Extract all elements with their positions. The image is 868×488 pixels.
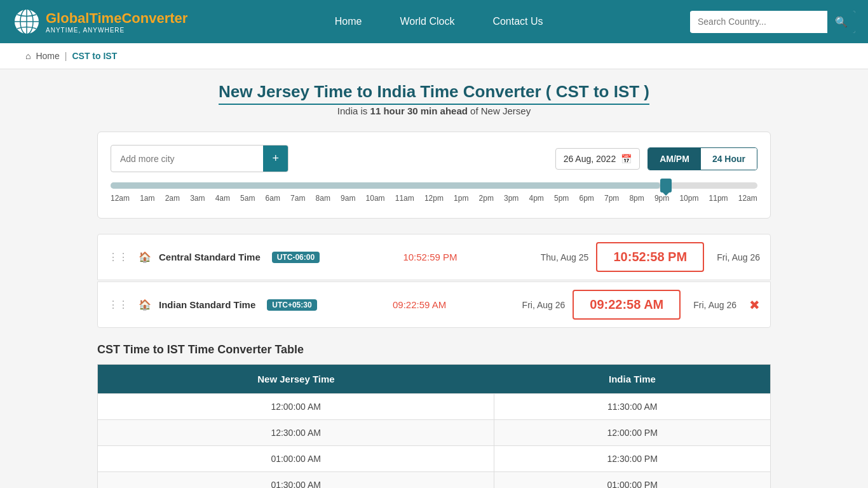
- slider-fill: [111, 182, 660, 189]
- 24hour-button[interactable]: 24 Hour: [701, 148, 757, 170]
- table-section: CST Time to IST Time Converter Table New…: [97, 343, 771, 488]
- table-row: 12:30:00 AM12:00:00 PM: [98, 420, 771, 446]
- date-value: 26 Aug, 2022: [564, 154, 616, 164]
- close-button-ist[interactable]: ✖: [749, 297, 760, 313]
- nav-world-clock[interactable]: World Clock: [400, 16, 454, 27]
- breadcrumb-current: CST to IST: [72, 51, 117, 61]
- time-row-ist: ⋮⋮ 🏠 Indian Standard Time UTC+05:30 09:2…: [97, 281, 771, 328]
- live-date-cst: Thu, Aug 25: [541, 252, 589, 262]
- home-icon-cst: 🏠: [139, 251, 151, 263]
- table-cell-nj: 01:30:00 AM: [98, 472, 494, 489]
- table-row: 01:30:00 AM01:00:00 PM: [98, 472, 771, 489]
- big-date-ist: Fri, Aug 26: [693, 300, 736, 310]
- logo-text: GlobalTimeConverter: [46, 10, 187, 26]
- time-row-cst: ⋮⋮ 🏠 Central Standard Time UTC-06:00 10:…: [97, 234, 771, 280]
- table-cell-nj: 01:00:00 AM: [98, 446, 494, 472]
- home-icon-ist: 🏠: [139, 299, 151, 311]
- table-cell-nj: 12:30:00 AM: [98, 420, 494, 446]
- table-cell-india: 12:00:00 PM: [494, 420, 771, 446]
- col-header-india: India Time: [494, 365, 771, 394]
- table-title: CST Time to IST Time Converter Table: [97, 343, 771, 356]
- subtitle: India is 11 hour 30 min ahead of New Jer…: [97, 105, 771, 116]
- search-area: 🔍: [690, 11, 855, 33]
- format-toggle: AM/PM 24 Hour: [648, 147, 757, 170]
- nav-home[interactable]: Home: [335, 16, 362, 27]
- globe-icon: [13, 8, 41, 36]
- search-input[interactable]: [690, 11, 827, 32]
- table-cell-india: 11:30:00 AM: [494, 394, 771, 420]
- logo: GlobalTimeConverter ANYTIME, ANYWHERE: [13, 8, 187, 36]
- time-rows: ⋮⋮ 🏠 Central Standard Time UTC-06:00 10:…: [97, 234, 771, 328]
- table-cell-india: 01:00:00 PM: [494, 472, 771, 489]
- tz-badge-ist: UTC+05:30: [267, 299, 316, 311]
- add-city-input[interactable]: [111, 147, 263, 170]
- add-city-button[interactable]: +: [263, 146, 288, 172]
- big-time-ist: 09:22:58 AM: [573, 290, 681, 320]
- big-date-cst: Fri, Aug 26: [717, 252, 760, 262]
- live-time-ist: 09:22:59 AM: [325, 299, 515, 310]
- table-cell-india: 12:30:00 PM: [494, 446, 771, 472]
- breadcrumb-home-icon: ⌂: [25, 51, 31, 61]
- tz-name-ist: Indian Standard Time: [159, 299, 255, 310]
- col-header-nj: New Jersey Time: [98, 365, 494, 394]
- right-controls: 26 Aug, 2022 📅 AM/PM 24 Hour: [555, 147, 757, 170]
- table-row: 01:00:00 AM12:30:00 PM: [98, 446, 771, 472]
- nav-contact-us[interactable]: Contact Us: [492, 16, 543, 27]
- search-button[interactable]: 🔍: [827, 11, 855, 33]
- breadcrumb: ⌂ Home | CST to IST: [0, 43, 868, 69]
- main-nav: Home World Clock Contact Us: [335, 16, 543, 27]
- time-labels: 12am 1am 2am 3am 4am 5am 6am 7am 8am 9am…: [111, 194, 757, 203]
- big-time-cst: 10:52:58 PM: [596, 242, 704, 272]
- slider-thumb[interactable]: [660, 179, 672, 193]
- main-content: New Jersey Time to India Time Converter …: [85, 69, 783, 488]
- table-cell-nj: 12:00:00 AM: [98, 394, 494, 420]
- table-row: 12:00:00 AM11:30:00 AM: [98, 394, 771, 420]
- ampm-button[interactable]: AM/PM: [648, 148, 701, 170]
- date-picker[interactable]: 26 Aug, 2022 📅: [555, 148, 641, 170]
- breadcrumb-home-link[interactable]: Home: [36, 51, 59, 61]
- breadcrumb-separator: |: [65, 51, 67, 61]
- drag-icon-cst: ⋮⋮: [108, 251, 128, 263]
- slider-track[interactable]: [111, 182, 757, 189]
- page-title: New Jersey Time to India Time Converter …: [97, 82, 771, 102]
- live-time-cst: 10:52:59 PM: [327, 252, 533, 262]
- calendar-icon: 📅: [621, 154, 632, 164]
- converter-box: + 26 Aug, 2022 📅 AM/PM 24 Hour 12am: [97, 132, 771, 219]
- live-date-ist: Fri, Aug 26: [522, 300, 566, 310]
- converter-top: + 26 Aug, 2022 📅 AM/PM 24 Hour: [111, 145, 757, 172]
- converter-table: New Jersey Time India Time 12:00:00 AM11…: [97, 364, 771, 488]
- add-city-field: +: [111, 145, 288, 172]
- header: GlobalTimeConverter ANYTIME, ANYWHERE Ho…: [0, 0, 868, 43]
- logo-subtext: ANYTIME, ANYWHERE: [46, 27, 187, 34]
- tz-badge-cst: UTC-06:00: [272, 252, 320, 263]
- timeline-area: 12am 1am 2am 3am 4am 5am 6am 7am 8am 9am…: [111, 182, 757, 203]
- tz-name-cst: Central Standard Time: [159, 252, 261, 262]
- drag-icon-ist: ⋮⋮: [108, 299, 128, 311]
